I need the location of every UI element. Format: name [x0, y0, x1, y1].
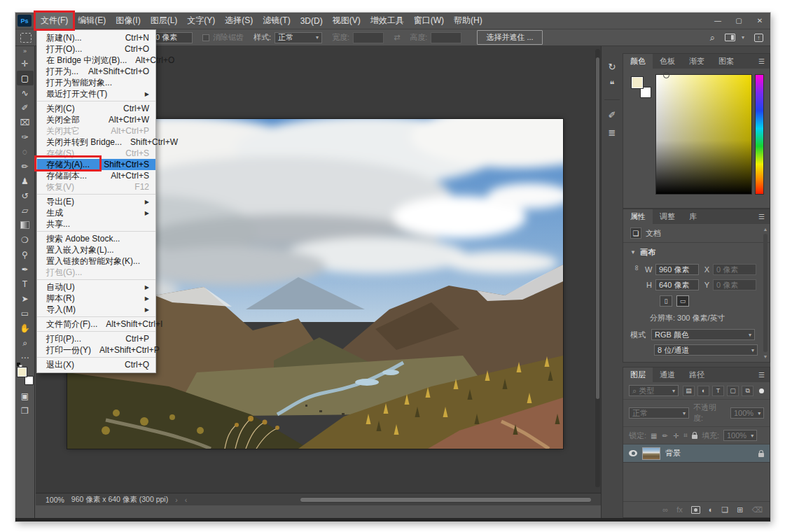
tool-preset-icon[interactable]	[20, 33, 32, 43]
feather-input[interactable]: 0 像素	[152, 32, 193, 43]
menubar-item-9[interactable]: 视图(V)	[328, 12, 366, 29]
file-menu-item[interactable]: 置入嵌入对象(L)...	[37, 244, 155, 255]
quick-mask-button[interactable]: ▣	[17, 388, 34, 403]
lock-transparent-pixels-icon[interactable]: ▦	[651, 432, 657, 440]
file-menu-item[interactable]: 打开(O)...Ctrl+O	[37, 43, 155, 55]
hue-slider[interactable]	[755, 74, 764, 195]
history-panel-icon[interactable]: ↻	[609, 62, 616, 72]
layer-name[interactable]: 背景	[665, 448, 753, 458]
color-field[interactable]	[655, 74, 752, 195]
lock-all-icon[interactable]	[692, 435, 697, 439]
menubar-item-1[interactable]: 文件(F)	[36, 12, 73, 29]
menubar-item-2[interactable]: 编辑(E)	[73, 12, 111, 29]
layer-filter-select[interactable]: ⌕ 类型▾	[629, 385, 679, 396]
new-group-icon[interactable]: ❏	[721, 505, 728, 514]
foreground-color-swatch[interactable]	[18, 368, 27, 377]
pen-tool[interactable]: ✒	[17, 262, 34, 276]
anti-alias-checkbox[interactable]	[202, 34, 209, 41]
file-menu-item[interactable]: 置入链接的智能对象(K)...	[37, 255, 155, 267]
tab-图案[interactable]: 图案	[711, 54, 741, 69]
brush-presets-panel-icon[interactable]: ≣	[609, 127, 616, 138]
file-menu-item[interactable]: 存储为(A)...Shift+Ctrl+S	[37, 159, 155, 170]
select-and-mask-button[interactable]: 选择并遮住 ...	[477, 30, 542, 45]
filter-pixel-layers-icon[interactable]: ▤	[683, 386, 695, 396]
menubar-item-3[interactable]: 图像(I)	[111, 12, 145, 29]
tab-色板[interactable]: 色板	[653, 54, 682, 69]
add-layer-mask-icon[interactable]	[691, 506, 700, 514]
minimize-button[interactable]: —	[707, 13, 728, 29]
layer-row-background[interactable]: 背景	[623, 444, 770, 463]
style-select[interactable]: 正常▾	[275, 32, 322, 43]
workspace-switcher[interactable]: ▾	[725, 34, 744, 41]
dodge-tool[interactable]: ⚲	[17, 247, 34, 262]
landscape-orientation-button[interactable]: ▭	[676, 295, 689, 307]
lock-image-pixels-icon[interactable]: ✏	[662, 432, 668, 440]
file-menu-item[interactable]: 文件简介(F)...Alt+Shift+Ctrl+I	[37, 318, 155, 330]
lasso-tool[interactable]: ∿	[17, 85, 34, 100]
lock-position-icon[interactable]: ✛	[673, 432, 679, 440]
panel-menu-icon[interactable]: ☰	[758, 57, 765, 65]
filter-shape-layers-icon[interactable]: ▢	[727, 386, 739, 396]
comments-panel-icon[interactable]: ❝	[610, 79, 615, 90]
delete-layer-icon[interactable]: ⌫	[751, 505, 763, 514]
menubar-item-12[interactable]: 帮助(H)	[449, 12, 487, 29]
spot-healing-brush-tool[interactable]: ◌	[17, 144, 34, 159]
link-dimensions-icon[interactable]: ∞	[633, 265, 641, 274]
background-color-swatch[interactable]	[25, 376, 34, 385]
zoom-level[interactable]: 100%	[46, 496, 64, 504]
menubar-item-8[interactable]: 3D(D)	[296, 13, 328, 29]
collapse-toolbar-icon[interactable]: »	[23, 48, 27, 56]
file-menu-item[interactable]: 打开为...Alt+Shift+Ctrl+O	[37, 66, 155, 77]
zoom-tool[interactable]: ⌕	[17, 335, 34, 350]
path-selection-tool[interactable]: ➤	[17, 291, 34, 306]
color-swatches[interactable]	[18, 368, 33, 383]
search-icon[interactable]: ⌕	[710, 32, 715, 43]
file-menu-item[interactable]: 最近打开文件(T)▶	[37, 88, 155, 99]
filter-toggle-icon[interactable]	[759, 388, 764, 393]
new-layer-icon[interactable]: ⊞	[737, 505, 743, 514]
chevron-down-icon[interactable]: ▼	[630, 249, 636, 255]
brush-settings-panel-icon[interactable]: ✐	[609, 110, 616, 120]
adjustment-layer-icon[interactable]: ◐	[709, 505, 714, 514]
maximize-button[interactable]: ▢	[728, 13, 749, 29]
menubar-item-6[interactable]: 选择(S)	[220, 12, 258, 29]
eraser-tool[interactable]: ▱	[17, 203, 34, 218]
panel-color-swatches[interactable]	[632, 77, 650, 95]
file-menu-item[interactable]: 新建(N)...Ctrl+N	[37, 32, 155, 43]
tab-属性[interactable]: 属性	[623, 209, 653, 224]
visibility-eye-icon[interactable]	[629, 450, 637, 456]
file-menu-item[interactable]: 关闭(C)Ctrl+W	[37, 103, 155, 114]
file-menu-item[interactable]: 存储副本...Alt+Ctrl+S	[37, 170, 155, 181]
brush-tool[interactable]: ✏	[17, 159, 34, 174]
crop-tool[interactable]: ⌧	[17, 115, 34, 130]
vertical-scrollbar[interactable]	[595, 49, 600, 487]
filter-type-layers-icon[interactable]: T	[712, 386, 724, 396]
filter-smart-objects-icon[interactable]: ⧉	[742, 386, 753, 396]
blur-tool[interactable]: ❍	[17, 232, 34, 247]
file-menu-item[interactable]: 打印一份(Y)Alt+Shift+Ctrl+P	[37, 344, 155, 356]
portrait-orientation-button[interactable]: ▯	[660, 295, 672, 307]
menubar-item-10[interactable]: 增效工具	[366, 12, 409, 29]
tab-渐变[interactable]: 渐变	[682, 54, 711, 69]
layer-effects-icon[interactable]: fx	[676, 505, 683, 514]
lock-artboard-icon[interactable]: ⌗	[683, 431, 688, 440]
rectangle-tool[interactable]: ▭	[17, 306, 34, 321]
file-menu-item[interactable]: 脚本(R)▶	[37, 293, 155, 304]
file-menu-item[interactable]: 生成▶	[37, 207, 155, 218]
width-value-input[interactable]: 960 像素	[655, 264, 699, 275]
close-button[interactable]: ✕	[749, 13, 770, 29]
file-menu-item[interactable]: 搜索 Adobe Stock...	[37, 233, 155, 244]
color-mode-select[interactable]: RGB 颜色▾	[651, 329, 755, 340]
gradient-tool[interactable]	[17, 218, 34, 232]
share-icon[interactable]: ↑	[754, 34, 763, 42]
quick-selection-tool[interactable]: ✐	[17, 100, 34, 115]
tab-库[interactable]: 库	[682, 209, 704, 224]
link-layers-icon[interactable]: ∞	[662, 505, 668, 514]
menubar-item-11[interactable]: 窗口(W)	[409, 12, 449, 29]
screen-mode-button[interactable]: ❐	[17, 403, 34, 418]
hand-tool[interactable]: ✋	[17, 321, 34, 335]
menubar-item-7[interactable]: 滤镜(T)	[258, 12, 295, 29]
file-menu-item[interactable]: 打开为智能对象...	[37, 77, 155, 88]
file-menu-item[interactable]: 自动(U)▶	[37, 281, 155, 293]
height-value-input[interactable]: 640 像素	[655, 279, 699, 290]
